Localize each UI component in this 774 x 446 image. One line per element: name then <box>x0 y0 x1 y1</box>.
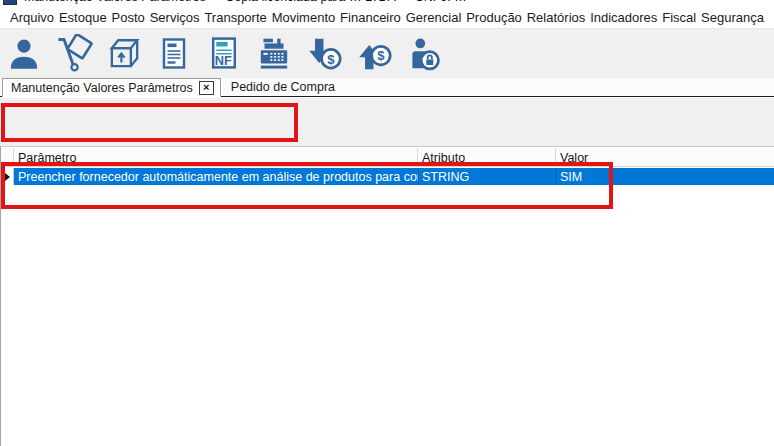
menu-item-gerencial[interactable]: Gerencial <box>406 10 462 25</box>
column-header-valor[interactable]: Valor <box>556 148 774 167</box>
svg-text:NF: NF <box>214 53 231 68</box>
application-window: Manutenção Valores Parâmetros — Cópia li… <box>0 0 774 446</box>
tab-label: Manutenção Valores Parâmetros <box>11 81 193 95</box>
cell-valor: SIM <box>556 168 774 185</box>
cash-register-toolbar-button[interactable] <box>252 32 296 76</box>
user-toolbar-button[interactable] <box>2 32 46 76</box>
menu-item-indicadores[interactable]: Indicadores <box>590 10 657 25</box>
filter-panel: Grupo PEDIDO DE COMPRA Começa com ! F3 |… <box>0 98 774 146</box>
column-header-atributo[interactable]: Atributo <box>418 148 556 167</box>
menu-item-arquivo[interactable]: Arquivo <box>10 10 54 25</box>
money-in-arrow-icon: $ <box>305 35 343 73</box>
app-icon <box>3 0 17 5</box>
tab-pedido-de-compra[interactable]: Pedido de Compra <box>221 78 345 96</box>
hand-truck-icon <box>54 34 94 74</box>
tab-manutencao-valores-parametros[interactable]: Manutenção Valores Parâmetros × <box>2 78 221 97</box>
user-lock-toolbar-button[interactable] <box>402 32 446 76</box>
menu-item-posto[interactable]: Posto <box>112 10 145 25</box>
toolbar: NF $ <box>0 29 774 78</box>
menu-item-movimento[interactable]: Movimento <box>272 10 336 25</box>
menu-item-producao[interactable]: Produção <box>466 10 522 25</box>
grid-header-row: Parâmetro Atributo Valor <box>1 148 774 167</box>
package-toolbar-button[interactable] <box>102 32 146 76</box>
package-icon <box>105 35 143 73</box>
menu-item-servicos[interactable]: Serviços <box>150 10 200 25</box>
grid-gutter-header <box>1 148 14 167</box>
menu-item-relatorios[interactable]: Relatórios <box>527 10 586 25</box>
invoice-icon <box>156 36 192 72</box>
menu-item-estoque[interactable]: Estoque <box>59 10 107 25</box>
tab-close-button[interactable]: × <box>199 81 214 95</box>
menu-bar: Arquivo Estoque Posto Serviços Transport… <box>0 6 774 29</box>
user-icon <box>5 35 43 73</box>
column-header-parametro[interactable]: Parâmetro <box>14 148 418 167</box>
svg-text:$: $ <box>377 48 385 63</box>
parameters-grid: Parâmetro Atributo Valor Preencher forne… <box>0 146 774 446</box>
nf-document-toolbar-button[interactable]: NF <box>202 32 246 76</box>
cell-atributo: STRING <box>418 168 556 185</box>
menu-item-fiscal[interactable]: Fiscal <box>662 10 696 25</box>
svg-text:$: $ <box>327 51 335 66</box>
user-lock-icon <box>405 35 443 73</box>
menu-item-financeiro[interactable]: Financeiro <box>340 10 401 25</box>
menu-item-seguranca[interactable]: Segurança <box>701 10 764 25</box>
tab-strip: Manutenção Valores Parâmetros × Pedido d… <box>0 78 774 97</box>
money-in-toolbar-button[interactable]: $ <box>302 32 346 76</box>
menu-item-transporte[interactable]: Transporte <box>204 10 266 25</box>
hand-truck-toolbar-button[interactable] <box>52 32 96 76</box>
cash-register-icon <box>255 35 293 73</box>
cell-parametro: Preencher fornecedor automáticamente em … <box>14 168 418 185</box>
close-icon: × <box>203 82 209 93</box>
money-out-toolbar-button[interactable]: $ <box>352 32 396 76</box>
row-selector-gutter <box>1 168 14 185</box>
table-row[interactable]: Preencher fornecedor automáticamente em … <box>1 168 774 185</box>
tab-label: Pedido de Compra <box>231 80 335 94</box>
nf-document-icon: NF <box>206 35 243 72</box>
invoice-toolbar-button[interactable] <box>152 32 196 76</box>
money-out-arrow-icon: $ <box>355 35 393 73</box>
selected-row-arrow-icon <box>5 173 10 181</box>
window-title: Manutenção Valores Parâmetros — Cópia li… <box>24 0 467 4</box>
